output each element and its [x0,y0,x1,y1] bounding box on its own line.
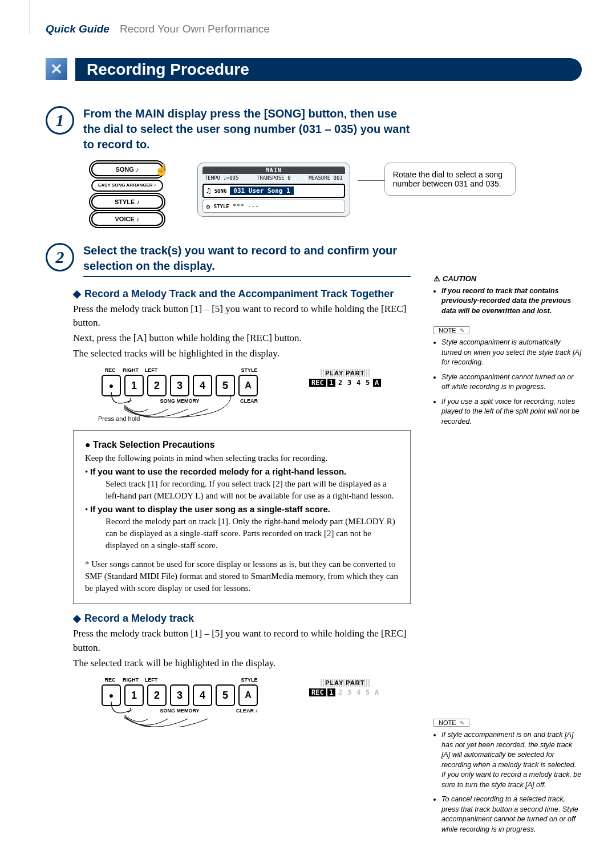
quick-guide-label: Quick Guide [46,23,110,35]
sub-b-p2: The selected track will be highlighted i… [73,657,411,671]
section-title-text: Recording Procedure [75,58,582,81]
lcd-measure: MEASURE 001 [309,175,343,181]
lcd-song-label: SONG [214,188,227,194]
sub-a-p2: Next, press the [A] button while holding… [73,331,411,346]
sub-b-heading: ◆Record a Melody track [73,612,411,625]
prec-b1-lead: If you want to use the recorded melody f… [90,467,346,476]
step-1: 1 From the MAIN display press the [SONG]… [46,106,582,152]
lcd-style-label: STYLE [214,204,229,209]
sub-b-title: Record a Melody track [84,613,194,624]
kb-clear: CLEAR [240,398,258,404]
note1-item-2: Style accompaniment cannot turned on or … [441,372,582,392]
lcd-song-value: 031 User Song 1 [230,187,293,195]
kb-btn-a: A [238,375,258,396]
section-x-icon [46,58,67,80]
kb-label-right-b: RIGHT [122,677,139,683]
step-2-text: Select the track(s) you want to record t… [83,243,411,277]
lcd-style-value: *** --- [233,202,259,210]
lcd-transpose: TRANSPOSE 0 [257,175,291,181]
caution-box: ⚠CAUTION If you record to track that con… [433,274,582,317]
pp-b-4: 4 [355,688,363,696]
note-icon: ♫ [206,187,211,195]
note-box-2: If style accompaniment is on and track [… [433,730,582,834]
lcd-song-row: ♫ SONG 031 User Song 1 [202,184,345,198]
play-part-display-b: PLAY PART REC 1 2 3 4 5 A [309,677,381,696]
note1-item-1: Style accompaniment is automatically tur… [441,338,582,368]
section-title: Recording Procedure [46,58,582,81]
easy-song-label: EASY SONG ARRANGER [98,183,153,188]
pp-b-2: 2 [337,688,345,696]
press-arrows [108,389,240,418]
caution-item: If you record to track that contains pre… [441,286,582,317]
sub-a-title: Record a Melody Track and the Accompanim… [84,288,394,299]
kb-label-rec: REC [102,367,119,373]
step-2: 2 Select the track(s) you want to record… [46,243,411,277]
kb-label-right: RIGHT [122,367,139,373]
keyboard-figure-b: REC RIGHT LEFT STYLE 1 2 3 4 5 [102,677,411,714]
song-button-label: SONG [115,166,133,173]
step-1-figures: SONG ♪ ☝ EASY SONG ARRANGER ♪ STYLE ♪ VO… [91,163,582,226]
precautions-intro: Keep the following points in mind when s… [85,452,399,464]
easy-song-button: EASY SONG ARRANGER ♪ [91,180,163,192]
step-1-text: From the MAIN display press the [SONG] b… [83,106,414,152]
lcd-style-row: ♻ STYLE *** --- [202,200,345,213]
note-header-1: NOTE [433,326,469,334]
pp-rec-b: REC [309,688,326,696]
voice-button-label: VOICE [115,216,135,222]
pp-b-3: 3 [346,688,354,696]
page-header: Quick Guide Record Your Own Performance [46,23,582,35]
style-icon: ♻ [206,202,210,210]
keyboard-figure-a: REC RIGHT LEFT STYLE 1 2 3 4 5 [102,367,411,422]
note-label-1: NOTE [439,327,456,334]
song-button: SONG ♪ ☝ [91,163,163,176]
dial-callout-text: Rotate the dial to select a song number … [393,170,502,188]
pp-b-1: 1 [327,688,335,696]
style-button: STYLE ♪ [91,195,163,209]
dial-callout: Rotate the dial to select a song number … [384,163,516,196]
precautions-title: Track Selection Precautions [85,440,399,450]
kb-btn-a-b: A [238,684,258,706]
sub-a-heading: ◆Record a Melody Track and the Accompani… [73,287,411,300]
kb-label-rec-b: REC [102,677,119,683]
prec-b1-body: Select track [1] for recording. If you s… [106,478,399,502]
kb-label-style-b: STYLE [241,677,258,683]
lcd-tempo: TEMPO ♩=095 [205,175,239,181]
caution-label: CAUTION [443,274,476,283]
pp-rec-a: REC [309,379,326,387]
note1-item-3: If you use a split voice for recording, … [441,397,582,427]
note2-item-1: If style accompaniment is on and track [… [441,730,582,790]
sub-a-p1: Press the melody track button [1] – [5] … [73,302,411,330]
kb-label-style: STYLE [241,367,258,373]
lcd-main-display: MAIN TEMPO ♩=095 TRANSPOSE 0 MEASURE 001… [197,163,350,217]
sub-b-p1: Press the melody track button [1] – [5] … [73,627,411,655]
prec-b2-lead: If you want to display the user song as … [90,504,330,514]
pp-b-A: A [373,688,381,696]
step-2-number: 2 [46,243,74,271]
prec-b2-body: Record the melody part on track [1]. Onl… [106,516,399,552]
lcd-title: MAIN [202,167,345,174]
pp-b-5: 5 [364,688,372,696]
device-buttons: SONG ♪ ☝ EASY SONG ARRANGER ♪ STYLE ♪ VO… [91,163,163,226]
precautions-box: Track Selection Precautions Keep the fol… [73,430,411,604]
pp-a-4: 4 [355,379,363,387]
breadcrumb: Record Your Own Performance [120,23,270,35]
sub-a-p3: The selected tracks will be highlighted … [73,347,411,361]
note-header-2: NOTE [433,719,469,727]
press-hand-icon: ☝ [155,163,169,176]
press-arrows-b [108,699,240,727]
pp-a-3: 3 [346,379,354,387]
style-button-label: STYLE [115,198,135,205]
caution-icon: ⚠ [433,274,440,283]
step-1-number: 1 [46,106,74,135]
play-part-display-a: PLAY PART REC 1 2 3 4 5 A [309,367,381,387]
play-part-title-a: PLAY PART [321,369,369,377]
note2-item-2: To cancel recording to a selected track,… [441,795,582,834]
voice-button: VOICE ♪ [91,212,163,226]
pp-a-5: 5 [364,379,372,387]
kb-label-left-b: LEFT [143,677,160,683]
note-label-2: NOTE [439,719,456,726]
pp-a-A: A [373,379,381,387]
note-box-1: Style accompaniment is automatically tur… [433,338,582,427]
prec-asterisk: * User songs cannot be used for score di… [85,558,399,594]
play-part-title-b: PLAY PART [321,679,369,687]
